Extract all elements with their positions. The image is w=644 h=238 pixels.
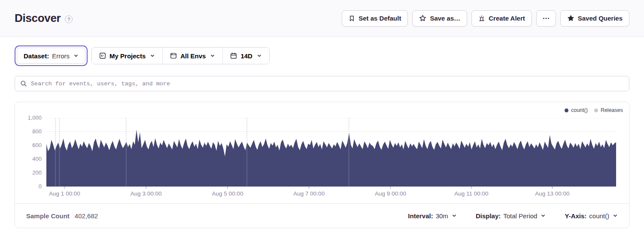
legend-item[interactable]: Releases bbox=[594, 107, 623, 113]
legend-label: Releases bbox=[601, 107, 623, 113]
search-input[interactable] bbox=[31, 76, 624, 91]
y-tick-label: 800 bbox=[16, 128, 42, 135]
dataset-value: Errors bbox=[52, 52, 70, 60]
create-alert-button[interactable]: Create Alert bbox=[471, 10, 532, 27]
chart-footer: Sample Count 402,682 Interval: 30m Displ… bbox=[15, 203, 629, 228]
chevron-down-icon bbox=[452, 212, 457, 220]
chart-area[interactable]: count()Releases 02004006008001,000 Aug 1… bbox=[15, 102, 629, 203]
ellipsis-icon bbox=[542, 15, 550, 22]
saved-queries-button[interactable]: Saved Queries bbox=[560, 10, 629, 27]
interval-value: 30m bbox=[436, 212, 448, 220]
page-header: Discover ? Set as Default Save as… Creat… bbox=[0, 0, 644, 37]
dataset-label: Dataset: bbox=[24, 52, 49, 60]
y-tick-label: 0 bbox=[16, 183, 42, 190]
x-axis: Aug 1 00:00Aug 3 00:00Aug 5 00:00Aug 7 0… bbox=[46, 190, 616, 199]
display-value: Total Period bbox=[503, 212, 537, 220]
dataset-highlight-outline: Dataset: Errors bbox=[15, 45, 88, 66]
siren-icon bbox=[478, 15, 485, 22]
display-dropdown[interactable]: Display: Total Period bbox=[476, 212, 546, 220]
legend-label: count() bbox=[571, 107, 588, 113]
environment-filter-label: All Envs bbox=[180, 52, 206, 60]
chart-legend: count()Releases bbox=[565, 107, 623, 113]
create-alert-label: Create Alert bbox=[489, 15, 525, 22]
more-options-button[interactable] bbox=[536, 10, 556, 27]
dataset-dropdown[interactable]: Dataset: Errors bbox=[17, 48, 85, 64]
bookmark-icon bbox=[349, 15, 355, 22]
chevron-down-icon bbox=[613, 212, 618, 220]
interval-label: Interval: bbox=[408, 212, 433, 220]
project-filter-dropdown[interactable]: My Projects bbox=[92, 48, 162, 64]
x-tick-label: Aug 5 00:00 bbox=[212, 190, 243, 197]
environment-filter-dropdown[interactable]: All Envs bbox=[163, 48, 222, 64]
projects-icon bbox=[99, 52, 106, 59]
y-tick-label: 400 bbox=[16, 155, 42, 163]
legend-item[interactable]: count() bbox=[565, 107, 588, 113]
saved-queries-label: Saved Queries bbox=[578, 15, 623, 22]
x-tick-label: Aug 13 00:00 bbox=[535, 190, 569, 197]
legend-dot bbox=[594, 108, 598, 112]
date-range-label: 14D bbox=[240, 52, 252, 60]
x-tick-label: Aug 9 00:00 bbox=[375, 190, 406, 197]
x-tick-label: Aug 3 00:00 bbox=[131, 190, 162, 197]
help-icon[interactable]: ? bbox=[65, 15, 73, 23]
sample-count-value: 402,682 bbox=[75, 212, 98, 220]
search-icon bbox=[20, 80, 27, 87]
chevron-down-icon bbox=[541, 212, 546, 220]
x-tick-label: Aug 1 00:00 bbox=[49, 190, 80, 197]
window-icon bbox=[170, 52, 177, 59]
legend-dot bbox=[565, 108, 568, 112]
events-chart-panel: count()Releases 02004006008001,000 Aug 1… bbox=[15, 102, 629, 228]
set-as-default-label: Set as Default bbox=[358, 15, 401, 22]
y-tick-label: 600 bbox=[16, 142, 42, 149]
y-tick-label: 200 bbox=[16, 169, 42, 176]
project-filter-label: My Projects bbox=[109, 52, 146, 60]
yaxis-label: Y-Axis: bbox=[565, 212, 586, 220]
calendar-icon bbox=[230, 52, 237, 59]
save-as-button[interactable]: Save as… bbox=[412, 10, 467, 27]
search-bar bbox=[15, 76, 629, 91]
chevron-down-icon bbox=[257, 52, 262, 60]
y-axis: 02004006008001,000 bbox=[15, 102, 43, 203]
display-label: Display: bbox=[476, 212, 501, 220]
x-tick-label: Aug 7 00:00 bbox=[293, 190, 325, 197]
star-filled-icon bbox=[567, 15, 574, 22]
yaxis-value: count() bbox=[589, 212, 609, 220]
save-as-label: Save as… bbox=[430, 15, 460, 22]
date-range-dropdown[interactable]: 14D bbox=[223, 48, 269, 64]
interval-dropdown[interactable]: Interval: 30m bbox=[408, 212, 457, 220]
star-outline-icon bbox=[419, 15, 426, 22]
page-title: Discover bbox=[15, 12, 61, 25]
page-filter-group: My Projects All Envs 14D bbox=[91, 47, 270, 64]
chart-plot[interactable] bbox=[46, 118, 616, 189]
x-tick-label: Aug 11 00:00 bbox=[454, 190, 488, 197]
count-area-series[interactable] bbox=[46, 130, 616, 187]
sample-count: Sample Count 402,682 bbox=[26, 212, 98, 220]
yaxis-dropdown[interactable]: Y-Axis: count() bbox=[565, 212, 618, 220]
y-tick-label: 1,000 bbox=[16, 114, 42, 121]
header-actions: Set as Default Save as… Create Alert Sav… bbox=[342, 10, 629, 27]
chevron-down-icon bbox=[210, 52, 215, 60]
set-as-default-button[interactable]: Set as Default bbox=[342, 10, 408, 27]
chevron-down-icon bbox=[73, 52, 79, 60]
sample-count-label: Sample Count bbox=[26, 212, 70, 220]
filter-bar: Dataset: Errors My Projects bbox=[15, 45, 629, 66]
chevron-down-icon bbox=[150, 52, 155, 60]
